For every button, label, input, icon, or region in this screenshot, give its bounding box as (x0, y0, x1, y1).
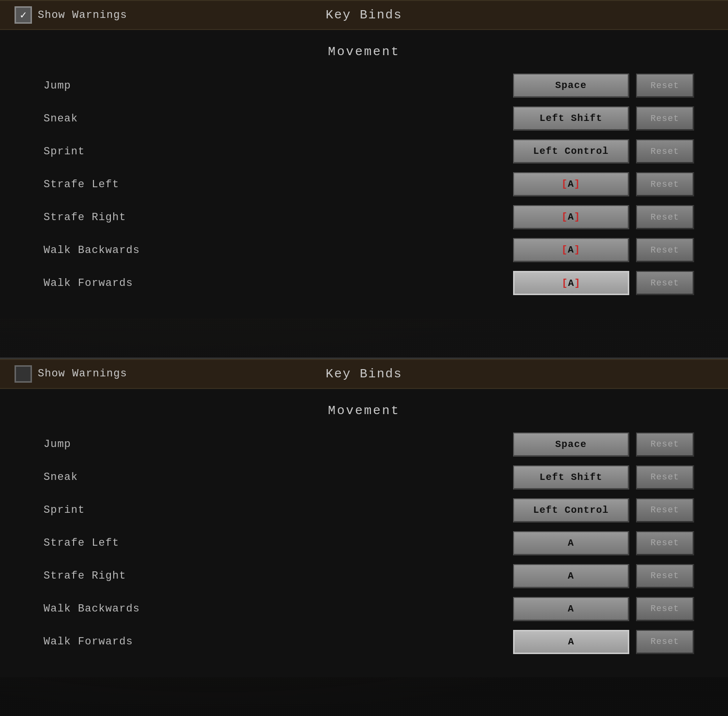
key-label: A (568, 244, 574, 255)
key-bind-button[interactable]: Space (513, 74, 629, 98)
binding-buttons: [ A ]Reset (513, 238, 694, 262)
reset-button[interactable]: Reset (636, 597, 694, 621)
binding-row: Walk Forwards[ A ]Reset (29, 271, 699, 295)
binding-buttons: Left ShiftReset (513, 106, 694, 131)
binding-row: SprintLeft ControlReset (29, 498, 699, 522)
reset-button[interactable]: Reset (636, 531, 694, 555)
reset-button[interactable]: Reset (636, 465, 694, 490)
reset-button[interactable]: Reset (636, 106, 694, 131)
binding-buttons: SpaceReset (513, 74, 694, 98)
key-label: A (568, 278, 574, 289)
key-binds-title-bottom: Key Binds (326, 367, 402, 381)
binding-row: Strafe Left[ A ]Reset (29, 172, 699, 196)
reset-button[interactable]: Reset (636, 139, 694, 164)
key-label: A (568, 211, 574, 223)
bindings-list-top: JumpSpaceResetSneakLeft ShiftResetSprint… (29, 74, 699, 295)
conflict-bracket-left: [ (561, 179, 568, 190)
movement-title-top: Movement (29, 45, 699, 59)
binding-name: Sprint (34, 146, 513, 158)
binding-name: Walk Forwards (34, 277, 513, 289)
reset-button[interactable]: Reset (636, 74, 694, 98)
binding-buttons: Left ControlReset (513, 498, 694, 522)
binding-buttons: Left ControlReset (513, 139, 694, 164)
binding-row: JumpSpaceReset (29, 433, 699, 457)
binding-name: Sprint (34, 504, 513, 516)
binding-buttons: AReset (513, 597, 694, 621)
conflict-bracket-left: [ (561, 211, 568, 223)
binding-row: JumpSpaceReset (29, 74, 699, 98)
panel-top: ✓ Show Warnings Key Binds Movement JumpS… (0, 0, 728, 358)
reset-button[interactable]: Reset (636, 205, 694, 229)
binding-buttons: [ A ]Reset (513, 271, 694, 295)
key-bind-button[interactable]: Left Shift (513, 106, 629, 131)
binding-row: Strafe LeftAReset (29, 531, 699, 555)
binding-name: Walk Backwards (34, 603, 513, 615)
key-bind-button[interactable]: Left Shift (513, 465, 629, 490)
reset-button[interactable]: Reset (636, 630, 694, 654)
conflict-bracket-right: ] (574, 179, 580, 190)
header-bar-bottom: Show Warnings Key Binds (0, 359, 728, 389)
header-bar-top: ✓ Show Warnings Key Binds (0, 0, 728, 30)
key-bind-button[interactable]: A (513, 597, 629, 621)
binding-buttons: AReset (513, 531, 694, 555)
binding-name: Strafe Left (34, 179, 513, 191)
binding-buttons: SpaceReset (513, 433, 694, 457)
binding-row: SprintLeft ControlReset (29, 139, 699, 164)
binding-buttons: Left ShiftReset (513, 465, 694, 490)
reset-button[interactable]: Reset (636, 433, 694, 457)
bindings-list-bottom: JumpSpaceResetSneakLeft ShiftResetSprint… (29, 433, 699, 654)
key-bind-button[interactable]: [ A ] (513, 238, 629, 262)
binding-row: Strafe RightAReset (29, 564, 699, 588)
key-bind-button[interactable]: [ A ] (513, 205, 629, 229)
binding-name: Walk Backwards (34, 244, 513, 256)
conflict-bracket-right: ] (574, 211, 580, 223)
panel-bottom: Show Warnings Key Binds Movement JumpSpa… (0, 359, 728, 716)
reset-button[interactable]: Reset (636, 564, 694, 588)
checkbox-top[interactable]: ✓ (15, 6, 32, 24)
binding-name: Sneak (34, 113, 513, 125)
key-bind-button[interactable]: [ A ] (513, 271, 629, 295)
binding-name: Sneak (34, 471, 513, 483)
conflict-bracket-left: [ (561, 278, 568, 289)
reset-button[interactable]: Reset (636, 172, 694, 196)
conflict-bracket-right: ] (575, 278, 581, 289)
show-warnings-label-bottom: Show Warnings (38, 368, 127, 380)
key-binds-title-top: Key Binds (326, 8, 402, 22)
key-bind-button[interactable]: A (513, 630, 629, 654)
binding-row: Walk Backwards[ A ]Reset (29, 238, 699, 262)
binding-name: Jump (34, 438, 513, 450)
key-label: A (568, 179, 574, 190)
conflict-bracket-right: ] (574, 244, 580, 255)
binding-row: Walk ForwardsAReset (29, 630, 699, 654)
binding-row: SneakLeft ShiftReset (29, 106, 699, 131)
key-bind-button[interactable]: Left Control (513, 139, 629, 164)
binding-buttons: [ A ]Reset (513, 172, 694, 196)
key-bind-button[interactable]: [ A ] (513, 172, 629, 196)
key-bind-button[interactable]: A (513, 531, 629, 555)
binding-buttons: [ A ]Reset (513, 205, 694, 229)
key-bind-button[interactable]: Space (513, 433, 629, 457)
binding-row: Walk BackwardsAReset (29, 597, 699, 621)
show-warnings-checkbox-area-bottom[interactable]: Show Warnings (15, 365, 127, 383)
binding-row: Strafe Right[ A ]Reset (29, 205, 699, 229)
conflict-bracket-left: [ (561, 244, 568, 255)
reset-button[interactable]: Reset (636, 238, 694, 262)
key-bind-button[interactable]: A (513, 564, 629, 588)
binding-row: SneakLeft ShiftReset (29, 465, 699, 490)
binding-buttons: AReset (513, 564, 694, 588)
key-bind-button[interactable]: Left Control (513, 498, 629, 522)
binding-name: Walk Forwards (34, 636, 513, 648)
checkbox-bottom[interactable] (15, 365, 32, 383)
reset-button[interactable]: Reset (636, 498, 694, 522)
reset-button[interactable]: Reset (636, 271, 694, 295)
binding-buttons: AReset (513, 630, 694, 654)
movement-title-bottom: Movement (29, 403, 699, 418)
binding-name: Strafe Left (34, 537, 513, 549)
binding-name: Strafe Right (34, 570, 513, 582)
binding-name: Jump (34, 80, 513, 92)
show-warnings-label-top: Show Warnings (38, 9, 127, 21)
content-bottom: Movement JumpSpaceResetSneakLeft ShiftRe… (0, 389, 728, 677)
show-warnings-checkbox-area-top[interactable]: ✓ Show Warnings (15, 6, 127, 24)
binding-name: Strafe Right (34, 211, 513, 224)
content-top: Movement JumpSpaceResetSneakLeft ShiftRe… (0, 30, 728, 318)
